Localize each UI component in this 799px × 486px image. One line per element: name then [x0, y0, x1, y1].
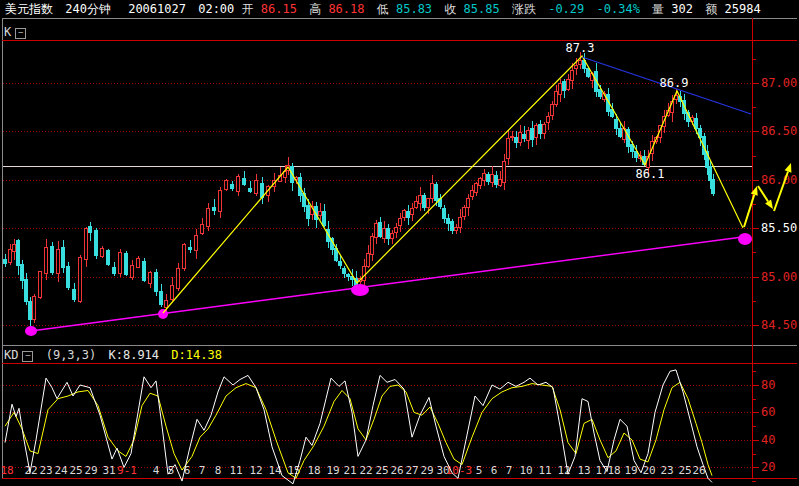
- x-axis-date-label: 10: [519, 464, 532, 477]
- x-axis-date-label: 18: [307, 464, 320, 477]
- x-axis-date-label: 11: [229, 464, 242, 477]
- x-axis-date-label: 8: [215, 464, 222, 477]
- x-axis-date-label: 12: [557, 464, 570, 477]
- x-axis-date-label: 19: [624, 464, 637, 477]
- kd-axis-label: 80: [761, 378, 775, 392]
- pivot-price-label: 87.3: [566, 41, 595, 55]
- chart-canvas[interactable]: 87.0086.5086.0085.5085.0084.5087.386.986…: [0, 0, 799, 486]
- magenta-pivot-dot: [25, 326, 37, 336]
- kd-axis-label: 20: [761, 460, 775, 474]
- y-axis-label: 84.50: [761, 318, 797, 332]
- x-axis-date-label: 26: [390, 464, 403, 477]
- chart-app-window: 美元指数 240分钟 20061027 02:00 开 86.15 高 86.1…: [0, 0, 799, 486]
- x-axis-date-label: 9-1: [117, 464, 137, 477]
- projection-arrow-shaft: [744, 195, 754, 227]
- y-axis-label: 87.00: [761, 76, 797, 90]
- x-axis-date-label: 4: [153, 464, 160, 477]
- x-axis-date-label: 25: [375, 464, 388, 477]
- x-axis-date-label: 22: [359, 464, 372, 477]
- x-axis-date-label: 18: [0, 464, 13, 477]
- projection-arrow-shaft: [758, 186, 768, 201]
- x-axis-date-label: 20: [642, 464, 655, 477]
- x-axis-date-label: 31: [102, 464, 115, 477]
- x-axis-date-label: 11: [538, 464, 551, 477]
- x-axis-date-label: 5: [476, 464, 483, 477]
- magenta-pivot-dot: [738, 233, 752, 245]
- x-axis-date-label: 18: [607, 464, 620, 477]
- x-axis-date-label: 13: [577, 464, 590, 477]
- x-axis-date-label: 7: [199, 464, 206, 477]
- projection-arrow-head: [785, 163, 792, 173]
- y-axis-label: 85.00: [761, 270, 797, 284]
- pivot-price-label: 86.9: [660, 76, 689, 90]
- x-axis-date-label: 12: [249, 464, 262, 477]
- x-axis-date-label: 25: [69, 464, 82, 477]
- magenta-pivot-dot: [351, 284, 369, 296]
- x-axis-date-label: 24: [54, 464, 68, 477]
- x-axis-date-label: 25: [678, 464, 691, 477]
- y-axis-label: 86.00: [761, 173, 797, 187]
- x-axis-date-label: 23: [660, 464, 673, 477]
- magenta-pivot-dot: [158, 309, 168, 319]
- x-axis-date-label: 29: [420, 464, 433, 477]
- x-axis-date-label: 21: [343, 464, 356, 477]
- x-axis-date-label: 7: [506, 464, 513, 477]
- y-axis-label: 85.50: [761, 221, 797, 235]
- projection-arrow-head: [765, 200, 773, 210]
- x-axis-date-label: 6: [491, 464, 498, 477]
- kd-axis-label: 60: [761, 405, 775, 419]
- pivot-price-label: 86.1: [636, 167, 665, 181]
- x-axis-date-label: 29: [84, 464, 97, 477]
- x-axis-date-label: 19: [326, 464, 339, 477]
- y-axis-label: 86.50: [761, 124, 797, 138]
- magenta-trendline: [31, 236, 750, 331]
- kd-axis-label: 40: [761, 433, 775, 447]
- x-axis-date-label: 23: [39, 464, 52, 477]
- x-axis-date-label: 27: [405, 464, 418, 477]
